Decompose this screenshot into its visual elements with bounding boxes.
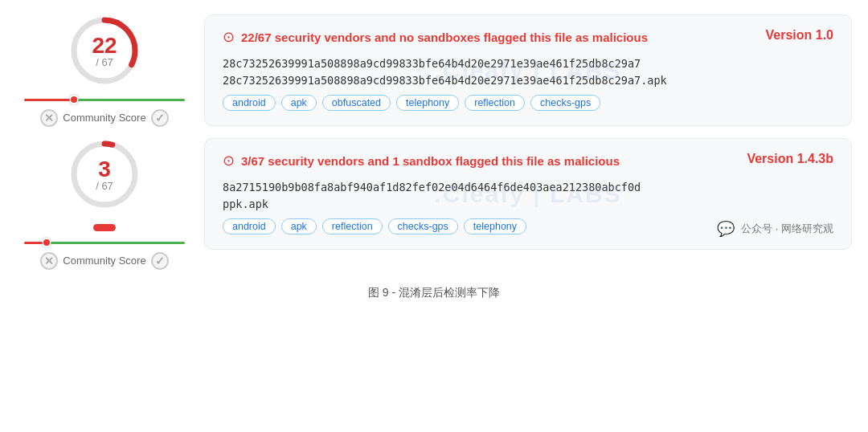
slider-line-left-1 — [24, 99, 70, 101]
alert-icon-2: ⊙ — [223, 152, 235, 169]
wechat-badge: 💬 公众号 · 网络研究观 — [717, 220, 833, 238]
community-score-label-2: Community Score — [63, 255, 145, 267]
alert-icon-1: ⊙ — [223, 28, 235, 46]
right-card-2: .Cleafy | LABS ⊙ 3/67 security vendors a… — [204, 138, 852, 250]
cs-check-icon-2: ✓ — [151, 252, 169, 270]
slider-row-2 — [24, 238, 185, 247]
main-container: 22 / 67 ✕ Community Score ✓ .Cleafy | LA… — [0, 0, 868, 313]
tag-apk-1: apk — [281, 95, 317, 111]
tag-checks-gps-1: checks-gps — [530, 95, 600, 111]
score-circle-wrap-2: 3 / 67 — [68, 138, 141, 210]
tag-telephony-1: telephony — [396, 95, 459, 111]
hash1-1: 28c73252639991a508898a9cd99833bfe64b4d20… — [223, 57, 833, 70]
filename-2: ppk.apk — [223, 198, 833, 210]
version-label-1: Version 1.0 — [766, 28, 834, 43]
section-2-row: 3 / 67 ✕ Community Score ✓ — [16, 138, 852, 273]
cs-check-icon-1: ✓ — [151, 109, 169, 127]
slider-row-1 — [24, 95, 185, 104]
tag-obfuscated-1: obfuscated — [322, 95, 391, 111]
slider-line-right-2 — [51, 242, 185, 244]
left-panel-1: 22 / 67 ✕ Community Score ✓ — [16, 14, 193, 130]
tag-reflection-1: reflection — [465, 95, 525, 111]
slider-dot-2 — [42, 238, 51, 247]
alert-text-1: 22/67 security vendors and no sandboxes … — [241, 31, 648, 44]
tag-android-1: android — [223, 95, 276, 111]
cs-x-icon-2: ✕ — [40, 252, 58, 270]
score-circle-wrap-1: 22 / 67 — [68, 14, 141, 87]
score-circle-1: 22 / 67 — [68, 14, 141, 87]
wechat-text: 公众号 · 网络研究观 — [741, 222, 833, 236]
tag-android-2: android — [223, 218, 276, 234]
tag-reflection-2: reflection — [322, 218, 383, 234]
version-label-2: Version 1.4.3b — [747, 152, 833, 166]
alert-row-2: ⊙ 3/67 security vendors and 1 sandbox fl… — [223, 152, 833, 169]
score-circle-2: 3 / 67 — [68, 138, 141, 210]
community-score-label-1: Community Score — [63, 112, 145, 124]
hash2-1: 28c73252639991a508898a9cd99833bfe64b4d20… — [223, 74, 833, 87]
slider-line-right-1 — [78, 99, 185, 101]
footer-text: 图 9 - 混淆层后检测率下降 — [368, 286, 500, 299]
score-inner-1: 22 / 67 — [92, 35, 117, 67]
alert-row-1: ⊙ 22/67 security vendors and no sandboxe… — [223, 28, 833, 46]
section-1-row: 22 / 67 ✕ Community Score ✓ .Cleafy | LA… — [16, 14, 852, 130]
wechat-icon: 💬 — [717, 220, 735, 238]
cs-x-icon-1: ✕ — [40, 109, 58, 127]
right-card-1: .Cleafy | LABS ⊙ 22/67 security vendors … — [204, 14, 852, 126]
hash1-2: 8a2715190b9b08fa8abf940af1d82fef02e04d64… — [223, 181, 833, 194]
community-score-wrap-1: ✕ Community Score ✓ — [40, 109, 168, 127]
alert-text-2: 3/67 security vendors and 1 sandbox flag… — [241, 154, 620, 168]
score-denom-1: / 67 — [92, 57, 117, 67]
score-denom-2: / 67 — [96, 181, 113, 191]
score-inner-2: 3 / 67 — [96, 158, 113, 191]
tag-apk-2: apk — [281, 218, 317, 234]
tags-row-1: android apk obfuscated telephony reflect… — [223, 95, 833, 111]
left-panel-2: 3 / 67 ✕ Community Score ✓ — [16, 138, 193, 273]
slider-oval-2 — [93, 224, 116, 231]
oval-wrap-2 — [93, 219, 116, 231]
slider-line-left-2 — [24, 242, 43, 244]
score-number-2: 3 — [96, 158, 113, 181]
community-score-wrap-2: ✕ Community Score ✓ — [40, 252, 168, 270]
tag-telephony-2: telephony — [464, 218, 526, 234]
footer: 图 9 - 混淆层后检测率下降 — [16, 286, 852, 305]
score-number-1: 22 — [92, 35, 117, 57]
tag-checks-gps-2: checks-gps — [388, 218, 458, 234]
